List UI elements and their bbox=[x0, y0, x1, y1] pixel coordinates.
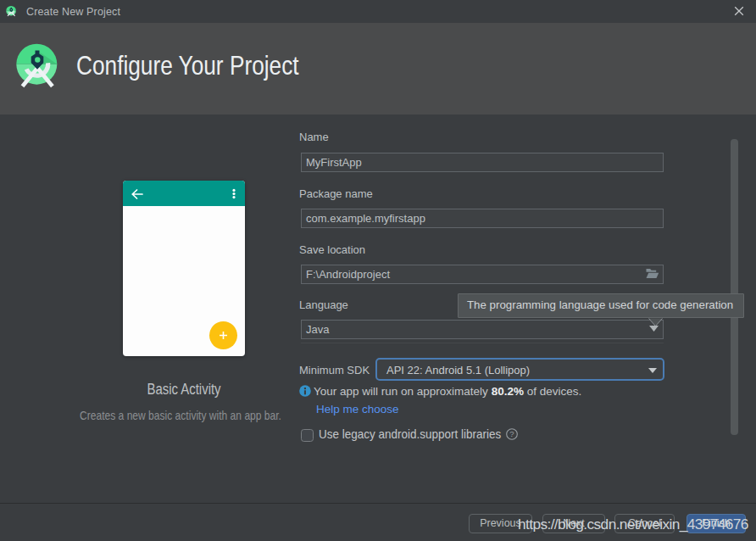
svg-text:?: ? bbox=[509, 429, 514, 438]
